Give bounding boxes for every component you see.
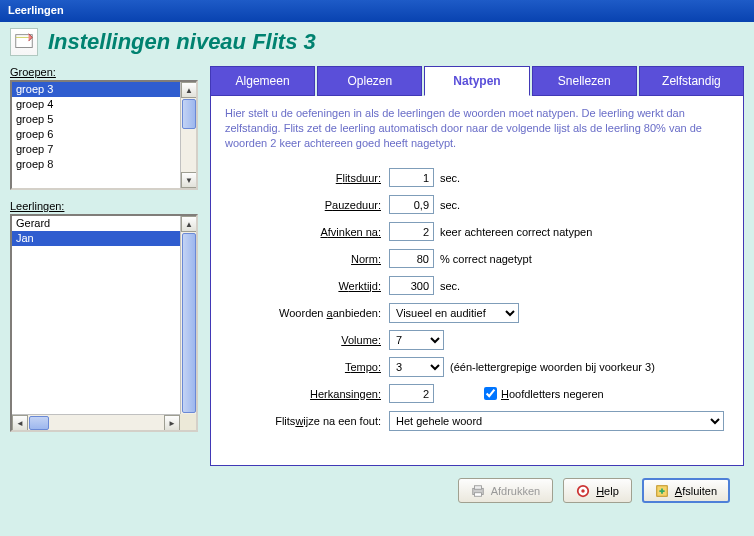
svg-rect-3 (474, 492, 481, 496)
svg-rect-2 (474, 485, 481, 489)
list-item[interactable]: groep 4 (12, 97, 196, 112)
list-item[interactable]: groep 5 (12, 112, 196, 127)
flitsduur-suffix: sec. (440, 172, 460, 184)
scroll-thumb[interactable] (29, 416, 49, 430)
list-item[interactable]: Gerard (12, 216, 196, 231)
norm-suffix: % correct nagetypt (440, 253, 532, 265)
herkansingen-label: Herkansingen: (225, 388, 389, 400)
groups-label: Groepen: (10, 66, 200, 78)
close-icon (655, 484, 669, 498)
tempo-label: Tempo: (225, 361, 389, 373)
herkansingen-input[interactable] (389, 384, 434, 403)
pauzeduur-label: Pauzeduur: (225, 199, 389, 211)
pauzeduur-suffix: sec. (440, 199, 460, 211)
volume-label: Volume: (225, 334, 389, 346)
help-icon (576, 484, 590, 498)
scroll-down-icon[interactable]: ▼ (181, 172, 197, 188)
scroll-corner (180, 414, 196, 430)
afvinken-label: Afvinken na: (225, 226, 389, 238)
settings-icon (10, 28, 38, 56)
werktijd-suffix: sec. (440, 280, 460, 292)
scroll-up-icon[interactable]: ▲ (181, 216, 197, 232)
afvinken-suffix: keer achtereen correct natypen (440, 226, 592, 238)
header: Instellingen niveau Flits 3 (0, 22, 754, 66)
tempo-suffix: (één-lettergrepige woorden bij voorkeur … (450, 361, 655, 373)
list-item[interactable]: groep 3 (12, 82, 196, 97)
tempo-select[interactable]: 3 (389, 357, 444, 377)
scroll-left-icon[interactable]: ◄ (12, 415, 28, 431)
flitswijze-label: Flitswijze na een fout: (225, 415, 389, 427)
help-button[interactable]: Help (563, 478, 632, 503)
scroll-right-icon[interactable]: ► (164, 415, 180, 431)
page-title: Instellingen niveau Flits 3 (48, 29, 316, 55)
norm-label: Norm: (225, 253, 389, 265)
close-button[interactable]: Afsluiten (642, 478, 730, 503)
window-title: Leerlingen (8, 4, 64, 16)
pauzeduur-input[interactable] (389, 195, 434, 214)
aanbieden-select[interactable]: Visueel en auditief (389, 303, 519, 323)
volume-select[interactable]: 7 (389, 330, 444, 350)
groups-listbox[interactable]: groep 3groep 4groep 5groep 6groep 7groep… (10, 80, 198, 190)
afvinken-input[interactable] (389, 222, 434, 241)
printer-icon (471, 484, 485, 498)
list-item[interactable]: Jan (12, 231, 196, 246)
tab-zelfstandig[interactable]: Zelfstandig (639, 66, 744, 96)
scroll-up-icon[interactable]: ▲ (181, 82, 197, 98)
print-button[interactable]: Afdrukken (458, 478, 554, 503)
list-item[interactable]: groep 6 (12, 127, 196, 142)
scroll-thumb[interactable] (182, 99, 196, 129)
flitswijze-select[interactable]: Het gehele woord (389, 411, 724, 431)
svg-point-5 (581, 489, 585, 493)
tab-snellezen[interactable]: Snellezen (532, 66, 637, 96)
hoofdletters-checkbox[interactable] (484, 387, 497, 400)
tab-oplezen[interactable]: Oplezen (317, 66, 422, 96)
list-item[interactable]: groep 7 (12, 142, 196, 157)
list-item[interactable]: groep 8 (12, 157, 196, 172)
flitsduur-label: Flitsduur: (225, 172, 389, 184)
panel-description: Hier stelt u de oefeningen in als de lee… (225, 106, 729, 151)
aanbieden-label: Woorden aanbieden: (225, 307, 389, 319)
students-label: Leerlingen: (10, 200, 200, 212)
button-row: Afdrukken Help Afsluiten (210, 466, 744, 503)
scrollbar-horizontal[interactable]: ◄ ► (12, 414, 180, 430)
flitsduur-input[interactable] (389, 168, 434, 187)
scrollbar-vertical[interactable]: ▲ ▼ (180, 216, 196, 430)
students-listbox[interactable]: GerardJan ▲ ▼ ◄ ► (10, 214, 198, 432)
hoofdletters-label: Hoofdletters negeren (501, 388, 604, 400)
norm-input[interactable] (389, 249, 434, 268)
tab-algemeen[interactable]: Algemeen (210, 66, 315, 96)
tab-panel: Hier stelt u de oefeningen in als de lee… (210, 96, 744, 466)
scrollbar-vertical[interactable]: ▲ ▼ (180, 82, 196, 188)
tab-natypen[interactable]: Natypen (424, 66, 529, 96)
werktijd-label: Werktijd: (225, 280, 389, 292)
titlebar: Leerlingen (0, 0, 754, 22)
tabs: AlgemeenOplezenNatypenSnellezenZelfstand… (210, 66, 744, 96)
scroll-thumb[interactable] (182, 233, 196, 413)
werktijd-input[interactable] (389, 276, 434, 295)
